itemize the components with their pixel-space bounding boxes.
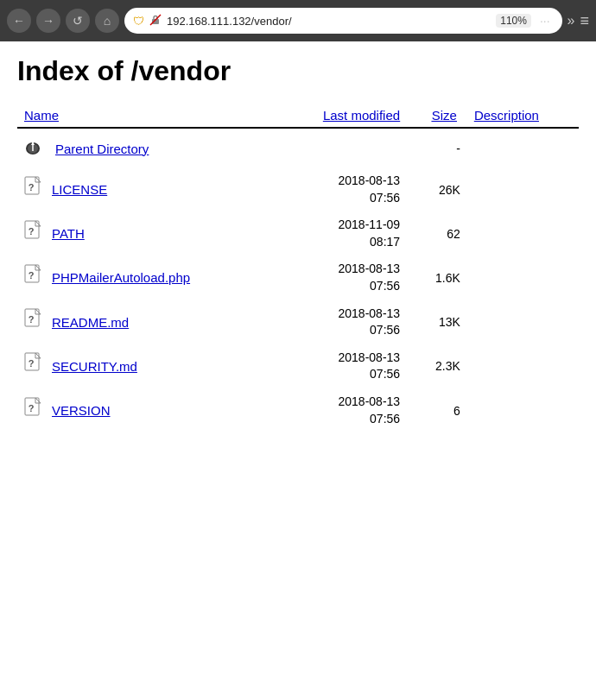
home-button[interactable]: ⌂ [95, 9, 119, 33]
file-size: 1.6K [407, 255, 467, 300]
file-modified: 2018-08-1307:56 [272, 300, 407, 344]
lock-icon [149, 14, 162, 28]
file-modified: 2018-11-0908:17 [272, 211, 407, 255]
table-row: ? LICENSE2018-08-1307:5626K [17, 167, 579, 211]
col-header-name[interactable]: Name [17, 104, 272, 128]
file-size: 13K [407, 300, 467, 344]
file-description [467, 388, 579, 432]
menu-button[interactable]: ≡ [580, 12, 589, 30]
svg-text:?: ? [29, 270, 35, 281]
file-icon: ? [24, 352, 45, 380]
file-description [467, 129, 579, 167]
reload-button[interactable]: ↺ [66, 9, 90, 33]
forward-button[interactable]: → [36, 9, 60, 33]
file-link[interactable]: Parent Directory [55, 142, 149, 156]
file-link[interactable]: PATH [52, 226, 85, 241]
file-description [467, 211, 579, 255]
browser-chrome: ← → ↺ ⌂ 🛡 192.168.111.132/vendor/ 110% ·… [0, 0, 596, 41]
file-description [467, 255, 579, 300]
zoom-level: 110% [496, 14, 531, 28]
table-row: ? PHPMailerAutoload.php2018-08-1307:561.… [17, 255, 579, 300]
table-row: ? VERSION2018-08-1307:566 [17, 388, 579, 432]
col-header-description[interactable]: Description [467, 104, 579, 128]
file-link[interactable]: LICENSE [52, 182, 107, 197]
file-size: 26K [407, 167, 467, 211]
file-description [467, 300, 579, 344]
shield-icon: 🛡 [133, 15, 144, 28]
directory-table: Name Last modified Size Description Pare… [17, 104, 579, 432]
page-title: Index of /vendor [17, 55, 579, 87]
url-text: 192.168.111.132/vendor/ [167, 15, 491, 28]
file-modified: 2018-08-1307:56 [272, 388, 407, 432]
table-row: Parent Directory- [17, 129, 579, 167]
svg-text:?: ? [29, 358, 35, 369]
svg-text:?: ? [29, 226, 35, 236]
svg-text:?: ? [29, 314, 35, 325]
file-icon: ? [24, 220, 45, 248]
back-button[interactable]: ← [7, 9, 31, 33]
file-icon: ? [24, 397, 45, 425]
col-header-size[interactable]: Size [407, 104, 467, 128]
file-modified: 2018-08-1307:56 [272, 255, 407, 300]
file-size: 62 [407, 211, 467, 255]
file-modified: 2018-08-1307:56 [272, 344, 407, 388]
file-link[interactable]: README.md [52, 315, 129, 330]
file-link[interactable]: PHPMailerAutoload.php [52, 270, 190, 285]
svg-text:?: ? [29, 182, 35, 192]
file-size: - [407, 129, 467, 167]
svg-text:?: ? [29, 403, 35, 413]
file-link[interactable]: VERSION [52, 403, 111, 418]
file-icon: ? [24, 264, 45, 292]
file-description [467, 167, 579, 211]
table-row: ? README.md2018-08-1307:5613K [17, 300, 579, 344]
col-header-modified[interactable]: Last modified [272, 104, 407, 128]
expand-button[interactable]: » [567, 13, 575, 28]
parent-dir-icon [24, 135, 48, 162]
file-modified: 2018-08-1307:56 [272, 167, 407, 211]
table-row: ? PATH2018-11-0908:1762 [17, 211, 579, 255]
file-link[interactable]: SECURITY.md [52, 359, 137, 374]
file-icon: ? [24, 176, 45, 204]
file-description [467, 344, 579, 388]
table-row: ? SECURITY.md2018-08-1307:562.3K [17, 344, 579, 388]
page-content: Index of /vendor Name Last modified Size… [0, 41, 596, 446]
address-bar[interactable]: 🛡 192.168.111.132/vendor/ 110% ··· [124, 8, 562, 34]
file-icon: ? [24, 308, 45, 336]
file-size: 2.3K [407, 344, 467, 388]
more-options-button[interactable]: ··· [536, 12, 554, 29]
file-modified [272, 129, 407, 167]
file-size: 6 [407, 388, 467, 432]
